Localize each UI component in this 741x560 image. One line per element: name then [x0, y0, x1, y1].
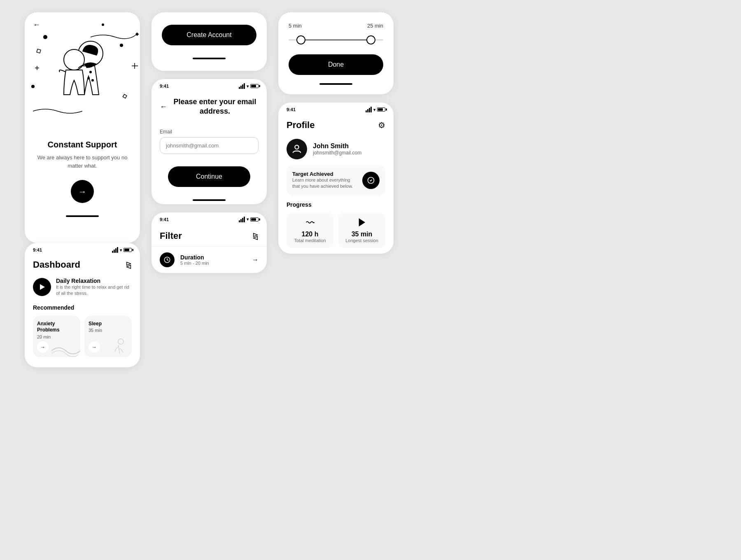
progress-section: Progress 120 h Total meditation: [278, 201, 394, 254]
total-meditation-stat: 120 h Total meditation: [287, 213, 333, 248]
wifi-icon-filter: ▾: [247, 217, 249, 222]
home-indicator-email: [151, 195, 267, 204]
create-account-button[interactable]: Create Account: [162, 25, 256, 45]
home-indicator-bar-3: [193, 199, 226, 201]
slider-thumb-left[interactable]: [296, 35, 305, 44]
filter-icon-button[interactable]: ⧎: [126, 260, 132, 269]
filter-funnel-icon[interactable]: ⧎: [252, 231, 259, 240]
stat2-value: 35 min: [343, 231, 380, 238]
settings-gear-icon[interactable]: ⚙: [378, 120, 385, 130]
duration-labels: 5 min 25 min: [289, 23, 383, 29]
rec-item-wavy-1: [51, 336, 80, 357]
status-bar-filter: 9:41 ▾: [151, 212, 267, 224]
dashboard-title: Dashboard: [33, 259, 80, 270]
home-indicator-create: [193, 54, 226, 63]
back-arrow-button[interactable]: ←: [33, 21, 40, 29]
duration-slider-track[interactable]: [289, 34, 383, 46]
home-indicator-bar-4: [319, 83, 352, 85]
daily-item: Daily Relaxation It is the right time to…: [25, 273, 140, 301]
status-icons-filter: ▾: [239, 217, 259, 222]
slider-thumb-right[interactable]: [366, 35, 375, 44]
status-time: 9:41: [33, 247, 42, 252]
email-card: 9:41 ▾ ← Please enter your email: [151, 79, 267, 204]
rec-item-sleep-graphic: [103, 336, 132, 357]
dashboard-header: Dashboard ⧎: [25, 254, 140, 273]
battery-icon-email: [250, 84, 259, 88]
left-column: ←: [25, 12, 140, 548]
filter-duration-sub: 5 min - 20 min: [180, 261, 209, 266]
filter-screen-title: Filter: [160, 231, 182, 241]
svg-rect-4: [135, 33, 139, 36]
stat1-value: 120 h: [291, 231, 329, 238]
right-column: 5 min 25 min Done 9:41: [278, 12, 394, 548]
filter-duration-row[interactable]: Duration 5 min - 20 min →: [151, 246, 267, 273]
status-time-email: 9:41: [160, 84, 169, 89]
profile-user-info: John Smith johnsmith@gmail.com: [313, 142, 361, 156]
progress-label: Progress: [287, 201, 385, 208]
email-input[interactable]: [160, 137, 259, 154]
svg-point-0: [43, 35, 47, 39]
target-desc: Learn more about everything that you hav…: [292, 177, 358, 190]
stat2-desc: Longest session: [343, 238, 380, 243]
status-time-filter: 9:41: [160, 217, 169, 222]
email-field-label: Email: [160, 129, 259, 135]
svg-point-13: [89, 71, 92, 73]
battery-icon-profile: [377, 107, 385, 112]
svg-point-2: [31, 85, 35, 88]
home-indicator-bar: [66, 215, 99, 217]
email-back-button[interactable]: ←: [160, 103, 167, 111]
target-title: Target Achieved: [292, 171, 358, 177]
rec-item-sleep-duration: 35 min: [89, 328, 128, 333]
dashboard-card: 9:41 ▾ Dashboard ⧎: [25, 243, 140, 367]
email-header: ← Please enter your email address.: [151, 91, 267, 121]
svg-point-1: [120, 44, 123, 47]
avatar: [287, 139, 307, 159]
svg-point-18: [295, 145, 298, 149]
email-screen-title: Please enter your email address.: [171, 97, 259, 117]
progress-stats: 120 h Total meditation 35 min Longest se…: [287, 213, 385, 248]
svg-rect-6: [123, 94, 127, 98]
onboarding-card: ←: [25, 12, 140, 243]
status-time-profile: 9:41: [287, 107, 296, 112]
meditation-wave-icon: [291, 218, 329, 229]
profile-user-row: John Smith johnsmith@gmail.com: [278, 135, 394, 165]
svg-point-15: [91, 79, 94, 82]
duration-max-label: 25 min: [367, 23, 383, 29]
play-button[interactable]: [33, 278, 51, 296]
daily-desc: It is the right time to relax and get ri…: [56, 284, 132, 297]
target-text: Target Achieved Learn more about everyth…: [292, 171, 358, 190]
rec-item-anxiety-arrow[interactable]: →: [37, 341, 49, 353]
filter-header: Filter ⧎: [151, 224, 267, 246]
email-input-wrap: Email: [151, 121, 267, 158]
target-achieved-card: Target Achieved Learn more about everyth…: [287, 165, 385, 196]
play-triangle-icon: [40, 284, 45, 290]
stat1-desc: Total meditation: [291, 238, 329, 243]
signal-icon-email: [239, 83, 245, 89]
recommended-label: Recommended: [25, 301, 140, 313]
onboarding-subtitle: We are always here to support you no mat…: [35, 154, 130, 170]
profile-name: John Smith: [313, 142, 361, 150]
rec-item-sleep: Sleep 35 min →: [84, 316, 132, 357]
continue-button[interactable]: Continue: [168, 166, 250, 187]
filter-row-arrow-icon: →: [252, 256, 259, 264]
recommended-items: Anxiety Problems 20 min → Sleep 35 min →: [25, 313, 140, 361]
svg-marker-20: [359, 219, 365, 226]
rec-item-sleep-arrow[interactable]: →: [89, 341, 100, 353]
wifi-icon: ▾: [120, 248, 122, 252]
wifi-icon-email: ▾: [247, 84, 249, 89]
wifi-icon-profile: ▾: [373, 107, 375, 112]
onboarding-title: Constant Support: [35, 140, 130, 149]
battery-icon: [124, 248, 132, 252]
target-icon: [362, 172, 380, 189]
onboarding-content: Constant Support We are always here to s…: [25, 136, 140, 229]
middle-column: Create Account 9:41 ▾: [151, 12, 267, 548]
longest-session-stat: 35 min Longest session: [338, 213, 385, 248]
filter-clock-icon: [160, 252, 175, 267]
daily-title: Daily Relaxation: [56, 278, 132, 284]
svg-point-14: [87, 77, 90, 79]
filter-row-left: Duration 5 min - 20 min: [160, 252, 209, 267]
profile-card: 9:41 ▾ Profile ⚙: [278, 103, 394, 254]
svg-point-3: [102, 23, 104, 26]
done-button[interactable]: Done: [289, 54, 383, 75]
next-button[interactable]: →: [71, 180, 94, 203]
